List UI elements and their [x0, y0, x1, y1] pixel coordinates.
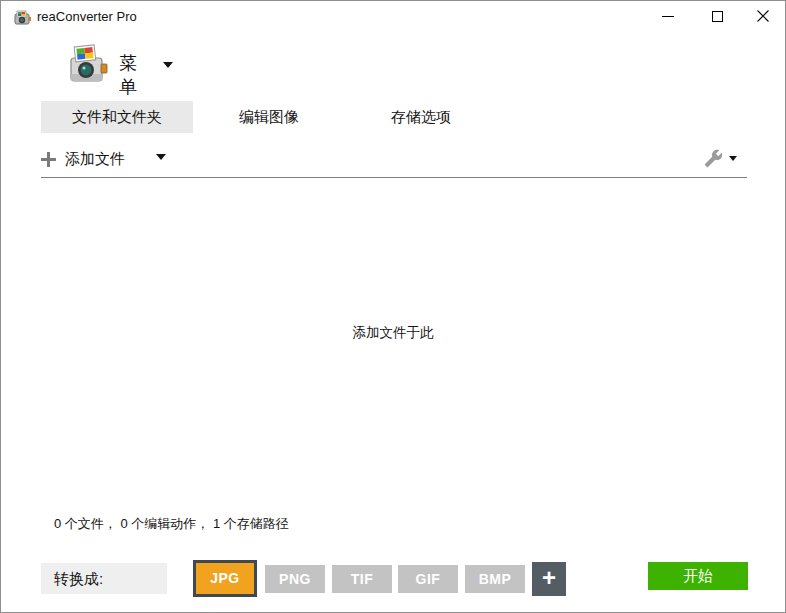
tab-bar: 文件和文件夹 编辑图像 存储选项: [41, 101, 497, 133]
add-files-button[interactable]: 添加文件: [41, 145, 125, 173]
app-logo-icon: [14, 8, 32, 26]
format-button-jpg[interactable]: JPG: [193, 560, 257, 597]
dropzone-hint: 添加文件于此: [2, 324, 784, 342]
titlebar: reaConverter Pro: [1, 1, 785, 33]
toolbar: 添加文件: [1, 141, 785, 177]
format-button-gif[interactable]: GIF: [398, 565, 458, 593]
chevron-down-icon: [163, 62, 173, 68]
start-button[interactable]: 开始: [648, 562, 748, 590]
convert-to-label: 转换成:: [41, 563, 167, 594]
minimize-icon: [662, 16, 674, 17]
tab-files-and-folders[interactable]: 文件和文件夹: [41, 101, 193, 133]
tab-saving-options[interactable]: 存储选项: [345, 101, 497, 133]
settings-dropdown-icon: [729, 156, 737, 161]
tab-edit-images[interactable]: 编辑图像: [193, 101, 345, 133]
maximize-button[interactable]: [697, 1, 737, 31]
close-icon: [757, 10, 769, 22]
add-files-dropdown-icon[interactable]: [156, 154, 166, 160]
wrench-icon: [704, 149, 723, 168]
camera-logo-icon: [69, 44, 109, 84]
add-format-button[interactable]: +: [532, 562, 566, 596]
window-title: reaConverter Pro: [37, 9, 137, 24]
file-drop-zone[interactable]: 添加文件于此: [2, 178, 784, 504]
format-button-bmp[interactable]: BMP: [465, 565, 525, 593]
close-button[interactable]: [743, 1, 783, 31]
settings-button[interactable]: [704, 144, 748, 172]
app-window: reaConverter Pro: [0, 0, 786, 613]
format-button-png[interactable]: PNG: [265, 565, 325, 593]
menu-button[interactable]: 菜单: [31, 41, 151, 89]
status-summary: 0 个文件， 0 个编辑动作， 1 个存储路径: [54, 515, 289, 533]
menu-row: 菜单: [1, 41, 785, 89]
format-button-tif[interactable]: TIF: [332, 565, 392, 593]
bottom-bar: 转换成: JPG PNG TIF GIF BMP + 开始: [1, 549, 785, 613]
add-files-label: 添加文件: [65, 150, 125, 169]
menu-label: 菜单: [119, 51, 151, 99]
minimize-button[interactable]: [648, 1, 688, 31]
maximize-icon: [712, 11, 723, 22]
plus-icon: [41, 152, 56, 167]
